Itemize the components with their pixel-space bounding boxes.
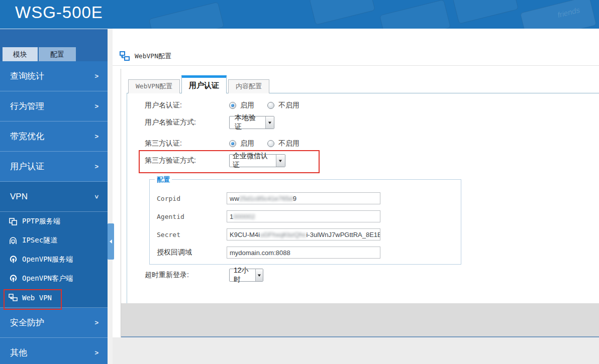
form-row-username-method: 用户名验证方式: 本地验证 ▼ — [145, 116, 274, 129]
sidebar-item-label: 查询统计 — [10, 61, 44, 91]
radio-label: 启用 — [240, 139, 254, 148]
chevron-right-icon: > — [94, 122, 98, 152]
field-label: 用户名验证方式: — [145, 118, 229, 127]
timeout-select[interactable]: 12小时 ▼ — [229, 269, 263, 282]
wsg-500e-admin-page: friends WSG-500E 模块 配置 查询统计 > 行为管理 > 带宽优… — [0, 0, 599, 364]
sidebar-item-security-protection[interactable]: 安全防护 > — [0, 308, 108, 338]
select-value: 企业微信认证 — [230, 155, 276, 167]
keyboard-watermark-key — [379, 0, 451, 29]
page-title-row: WebVPN配置 — [119, 51, 171, 62]
collapse-arrow-icon — [110, 239, 112, 244]
caret-down-icon: ▼ — [257, 273, 262, 278]
sidebar-subitem-web-vpn[interactable]: Web VPN — [0, 288, 108, 307]
sidebar-vpn-submenu: PPTP服务端 IPSec隧道 OpenVPN服务端 — [0, 212, 108, 308]
select-value: 本地验证 — [230, 116, 265, 129]
sidebar-item-behavior-management[interactable]: 行为管理 > — [0, 91, 108, 122]
caret-down-icon: ▼ — [267, 120, 272, 125]
radio-third-party-enable[interactable] — [229, 140, 236, 147]
sidebar-tab-strip: 模块 配置 — [0, 29, 108, 61]
sidebar-subitem-pptp-server[interactable]: PPTP服务端 — [0, 212, 108, 231]
field-label: Secret — [157, 231, 227, 238]
keyboard-watermark-key — [452, 0, 519, 24]
sidebar-item-label: VPN — [10, 182, 28, 212]
sidebar-item-user-auth[interactable]: 用户认证 > — [0, 152, 108, 182]
radio-label: 启用 — [240, 101, 254, 110]
input-value-redacted: uGFhxqKbzQhc — [260, 231, 307, 238]
sidebar-item-other[interactable]: 其他 > — [0, 338, 108, 364]
radio-username-auth-enable[interactable] — [229, 102, 236, 109]
username-method-select[interactable]: 本地验证 ▼ — [229, 116, 274, 129]
input-value: K9CU-M4i — [230, 231, 260, 238]
radio-group-third-party-auth: 启用 不启用 — [229, 139, 313, 148]
main-content: WebVPN配置 WebVPN配置 用户认证 内容配置 用户名认证: 启用 不启… — [113, 29, 599, 364]
webvpn-network-icon — [119, 51, 130, 62]
keyboard-watermark-key — [309, 0, 375, 25]
third-party-method-select[interactable]: 企业微信认证 ▼ — [229, 154, 285, 167]
brand-title: WSG-500E — [15, 3, 103, 22]
input-value: i-3ulWnJ7wPGttRA_8E1BC — [306, 231, 380, 238]
sidebar-vpn-section: VPN > PPTP服务端 IPSec隧道 — [0, 182, 108, 308]
sidebar-item-query-stats[interactable]: 查询统计 > — [0, 61, 108, 91]
form-row-username-auth: 用户名认证: 启用 不启用 — [145, 99, 313, 112]
input-value-redacted: 25d1c85c41e765d — [239, 195, 293, 202]
form-row-callback-domain: 授权回调域 mydomain.com:8088 — [157, 247, 380, 259]
field-label: Agentid — [157, 213, 227, 220]
sidebar-item-vpn[interactable]: VPN > — [0, 182, 108, 212]
sidebar-subitem-label: PPTP服务端 — [22, 217, 60, 226]
callback-domain-input[interactable]: mydomain.com:8088 — [227, 247, 380, 259]
sidebar-item-label: 行为管理 — [10, 91, 44, 122]
field-label: 第三方验证方式: — [145, 156, 229, 165]
input-value-redacted: 000002 — [233, 213, 255, 220]
chevron-right-icon: > — [94, 61, 98, 91]
openvpn-server-icon — [8, 256, 18, 264]
radio-group-username-auth: 启用 不启用 — [229, 101, 313, 110]
content-tabs: WebVPN配置 用户认证 内容配置 — [128, 69, 271, 93]
sidebar-subitem-openvpn-client[interactable]: OpenVPN客户端 — [0, 269, 108, 288]
keyboard-watermark-key — [149, 2, 224, 29]
corpid-input[interactable]: ww 25d1c85c41e765d 9 — [227, 192, 380, 204]
chevron-right-icon: > — [94, 91, 98, 122]
select-value: 12小时 — [230, 269, 255, 281]
sidebar-subitem-ipsec-tunnel[interactable]: IPSec隧道 — [0, 231, 108, 250]
radio-third-party-disable[interactable] — [267, 140, 274, 147]
sidebar: 模块 配置 查询统计 > 行为管理 > 带宽优化 > 用户认证 > VPN > — [0, 29, 108, 364]
chevron-right-icon: > — [94, 338, 98, 364]
form-row-third-party-auth: 第三方认证: 启用 不启用 — [145, 137, 313, 150]
sidebar-collapse-handle[interactable] — [108, 223, 114, 260]
radio-username-auth-disable[interactable] — [267, 102, 274, 109]
secret-input[interactable]: K9CU-M4i uGFhxqKbzQhc i-3ulWnJ7wPGttRA_8… — [227, 228, 380, 240]
sidebar-item-bandwidth-optimization[interactable]: 带宽优化 > — [0, 122, 108, 152]
sidebar-tab-module[interactable]: 模块 — [3, 47, 38, 61]
config-fieldset: 配置 Corpid ww 25d1c85c41e765d 9 Agentid 1… — [149, 179, 461, 265]
tab-webvpn-config[interactable]: WebVPN配置 — [128, 79, 180, 93]
sidebar-tab-config[interactable]: 配置 — [39, 47, 76, 61]
sidebar-subitem-label: Web VPN — [22, 294, 52, 302]
config-fieldset-legend: 配置 — [155, 175, 172, 184]
web-vpn-icon — [8, 294, 18, 302]
app-header: friends WSG-500E — [0, 0, 599, 29]
select-dropdown-button[interactable]: ▼ — [265, 116, 274, 129]
input-value: 9 — [293, 195, 296, 202]
select-dropdown-button[interactable]: ▼ — [276, 155, 285, 167]
input-value: ww — [230, 195, 239, 202]
tab-user-auth[interactable]: 用户认证 — [181, 75, 227, 93]
webvpn-config-card: WebVPN配置 用户认证 内容配置 用户名认证: 启用 不启用 用户名验证方式… — [121, 69, 599, 337]
sidebar-subitem-label: OpenVPN客户端 — [22, 274, 73, 283]
chevron-right-icon: > — [94, 308, 98, 338]
radio-label: 不启用 — [278, 139, 300, 148]
form-row-agentid: Agentid 1 000002 — [157, 210, 380, 222]
tab-content-config[interactable]: 内容配置 — [228, 79, 269, 93]
input-value: mydomain.com:8088 — [230, 249, 290, 257]
sidebar-item-label: 用户认证 — [10, 152, 44, 182]
select-dropdown-button[interactable]: ▼ — [255, 269, 263, 281]
ipsec-tunnel-icon — [8, 236, 18, 245]
form-row-timeout: 超时重新登录: 12小时 ▼ — [145, 269, 263, 282]
sidebar-gutter — [108, 29, 113, 364]
caret-down-icon: ▼ — [278, 159, 283, 163]
sidebar-item-label: 其他 — [10, 338, 27, 364]
sidebar-subitem-openvpn-server[interactable]: OpenVPN服务端 — [0, 250, 108, 269]
sidebar-subitem-label: IPSec隧道 — [22, 236, 57, 245]
agentid-input[interactable]: 1 000002 — [227, 210, 380, 222]
page-title: WebVPN配置 — [135, 52, 171, 61]
openvpn-client-icon — [8, 275, 18, 283]
